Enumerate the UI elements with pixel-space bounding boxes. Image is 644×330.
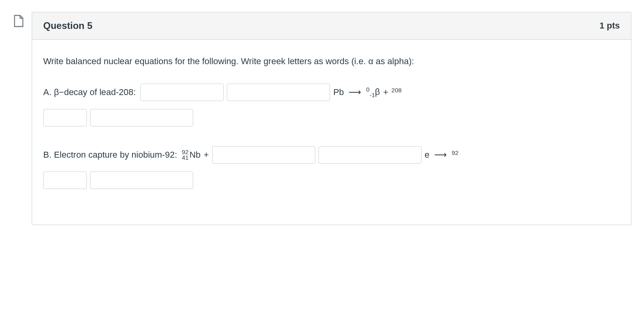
part-a-row-2 [43,109,620,126]
niobium-numbers: 92 41 [182,149,189,160]
question-header: Question 5 1 pts [32,12,631,40]
beta-symbol: β [375,87,380,97]
product-mass-number: 92 [452,149,458,156]
part-a-pb-symbol: Pb [333,87,344,97]
part-b-input-2[interactable] [318,146,422,164]
part-a-product-mass: 208 [391,87,402,98]
arrow-icon: ⟶ [349,87,361,97]
nb-atomic: 41 [182,155,189,160]
part-a-label: A. β−decay of lead-208: [43,87,136,97]
part-a-input-4[interactable] [90,109,193,126]
part-a-row-1: A. β−decay of lead-208: Pb ⟶ 0-1β + 208 [43,84,620,101]
product-mass-number: 208 [391,87,402,93]
part-b-input-3[interactable] [43,172,87,189]
plus-sign: + [204,150,209,160]
electron-symbol: e [425,150,429,160]
part-b-row-2 [43,172,620,189]
part-a-input-1[interactable] [140,84,224,101]
part-a-input-2[interactable] [227,84,330,101]
beta-superscript: 0 [366,86,370,93]
arrow-icon: ⟶ [434,150,447,160]
plus-sign: + [383,87,388,97]
instruction-text: Write balanced nuclear equations for the… [43,55,620,68]
part-a-input-3[interactable] [43,109,87,126]
part-a-beta-term: 0-1β [366,86,380,99]
page-icon [13,14,24,28]
nb-symbol: Nb [190,150,201,160]
part-b-label: B. Electron capture by niobium-92: [43,150,177,160]
question-points: 1 pts [600,21,620,31]
question-title: Question 5 [43,20,92,31]
question-container: Question 5 1 pts Write balanced nuclear … [13,12,631,225]
part-b-product-mass: 92 [452,149,458,160]
part-b-row-1: B. Electron capture by niobium-92: 92 41… [43,146,620,164]
beta-subscript: -1 [370,92,375,98]
part-b-input-1[interactable] [212,146,315,164]
part-b-input-4[interactable] [90,172,193,189]
question-body: Write balanced nuclear equations for the… [32,40,631,225]
question-card: Question 5 1 pts Write balanced nuclear … [32,12,631,225]
part-b-niobium: 92 41 Nb [182,149,201,160]
